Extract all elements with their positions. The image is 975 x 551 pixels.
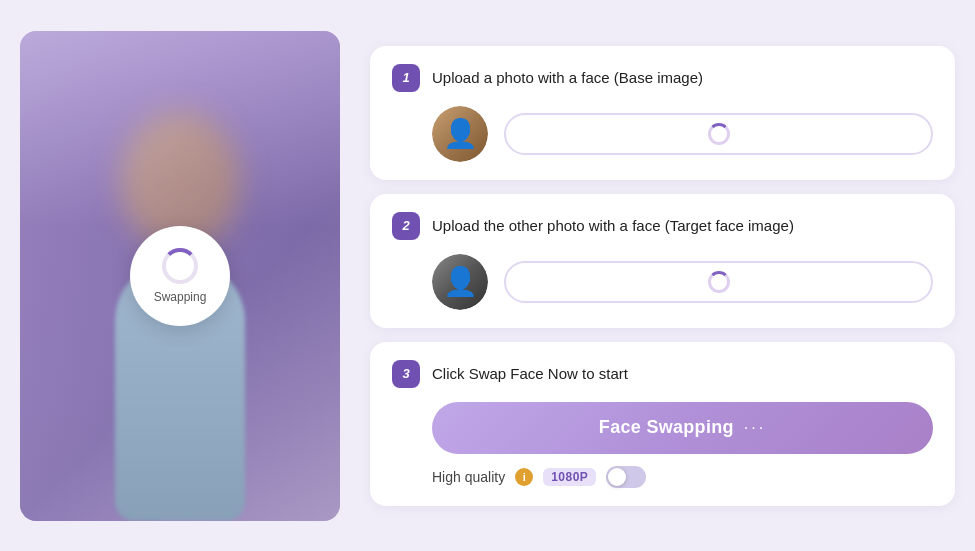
step2-upload-button[interactable] xyxy=(504,261,933,303)
step3-title: Click Swap Face Now to start xyxy=(432,360,628,384)
step1-loading-ring xyxy=(708,123,730,145)
spin-icon xyxy=(162,248,198,284)
base-face-bg: 👤 xyxy=(432,106,488,162)
step2-content: 👤 xyxy=(392,254,933,310)
info-icon[interactable]: i xyxy=(515,468,533,486)
step2-header: 2 Upload the other photo with a face (Ta… xyxy=(392,212,933,240)
quality-label: High quality xyxy=(432,469,505,485)
step1-title: Upload a photo with a face (Base image) xyxy=(432,64,703,88)
face-swap-button[interactable]: Face Swapping ··· xyxy=(432,402,933,454)
base-face-emoji: 👤 xyxy=(443,120,478,148)
step2-number: 2 xyxy=(392,212,420,240)
step1-content: 👤 xyxy=(392,106,933,162)
face-swap-button-label: Face Swapping xyxy=(599,417,734,438)
quality-toggle[interactable] xyxy=(606,466,646,488)
main-container: Swapping 1 Upload a photo with a face (B… xyxy=(0,0,975,551)
step1-upload-button[interactable] xyxy=(504,113,933,155)
step3-content: Face Swapping ··· High quality i 1080P xyxy=(392,402,933,488)
steps-panel: 1 Upload a photo with a face (Base image… xyxy=(370,46,955,506)
step1-number: 1 xyxy=(392,64,420,92)
preview-panel: Swapping xyxy=(20,31,340,521)
target-face-emoji: 👤 xyxy=(443,268,478,296)
quality-badge: 1080P xyxy=(543,468,596,486)
step1-header: 1 Upload a photo with a face (Base image… xyxy=(392,64,933,92)
step2-card: 2 Upload the other photo with a face (Ta… xyxy=(370,194,955,328)
step3-header: 3 Click Swap Face Now to start xyxy=(392,360,933,388)
step1-card: 1 Upload a photo with a face (Base image… xyxy=(370,46,955,180)
base-face-avatar: 👤 xyxy=(432,106,488,162)
step3-number: 3 xyxy=(392,360,420,388)
swapping-label: Swapping xyxy=(154,290,207,304)
face-swap-button-dots: ··· xyxy=(744,419,766,437)
quality-row: High quality i 1080P xyxy=(432,466,933,488)
step2-title: Upload the other photo with a face (Targ… xyxy=(432,212,794,236)
step3-card: 3 Click Swap Face Now to start Face Swap… xyxy=(370,342,955,506)
step2-loading-ring xyxy=(708,271,730,293)
target-face-avatar: 👤 xyxy=(432,254,488,310)
swapping-indicator: Swapping xyxy=(130,226,230,326)
target-face-bg: 👤 xyxy=(432,254,488,310)
toggle-thumb xyxy=(608,468,626,486)
